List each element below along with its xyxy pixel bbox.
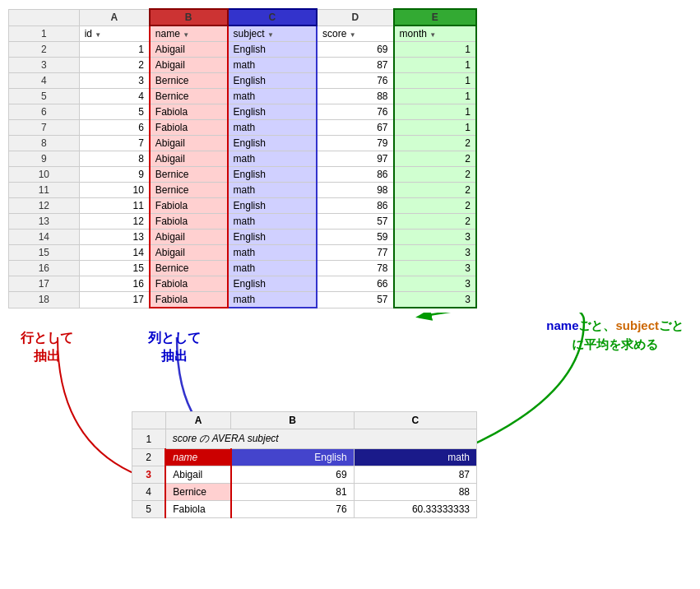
row-num: 2 (9, 42, 80, 58)
data-header-row: 1 id ▼ name ▼ subject ▼ score ▼ month ▼ (9, 26, 477, 42)
cell-score: 57 (317, 214, 394, 230)
col-header-c: C (228, 9, 317, 26)
result-bernice-english: 81 (231, 484, 354, 501)
cell-name: Fabiola (150, 198, 228, 214)
row-num: 17 (9, 276, 80, 292)
row-num: 8 (9, 136, 80, 151)
header-name: name ▼ (150, 26, 228, 42)
result-row-4-num: 4 (132, 484, 166, 501)
cell-name: Abigail (150, 151, 228, 167)
cell-name: Abigail (150, 42, 228, 58)
cell-name: Bernice (150, 167, 228, 183)
result-sheet-wrapper: A B C 1 score の AVERA subject 2 name Eng… (132, 411, 477, 518)
cell-score: 97 (317, 151, 394, 167)
spreadsheet-row: 2 1 Abigail English 69 1 (9, 42, 477, 58)
col-header-row: A B C D E (9, 9, 477, 26)
cell-name: Abigail (150, 245, 228, 261)
cell-subject: English (228, 73, 317, 89)
result-fabiola-name: Fabiola (165, 501, 231, 518)
cell-id: 11 (79, 198, 150, 214)
cell-subject: English (228, 198, 317, 214)
result-data-row-abigail: 3 Abigail 69 87 (132, 466, 477, 484)
spreadsheet-row: 3 2 Abigail math 87 1 (9, 58, 477, 73)
cell-name: Bernice (150, 73, 228, 89)
result-col-c-header: C (354, 412, 476, 429)
pivot-subject-keyword: subject (615, 318, 659, 332)
main-spreadsheet: A B C D E 1 id ▼ name ▼ subject ▼ score … (8, 8, 477, 308)
cell-score: 88 (317, 89, 394, 104)
cell-score: 79 (317, 136, 394, 151)
row-num: 9 (9, 151, 80, 167)
cell-subject: math (228, 261, 317, 276)
cell-subject: math (228, 120, 317, 136)
row-extract-label: 行として 抽出 (21, 329, 73, 366)
cell-subject: English (228, 230, 317, 245)
cell-month: 1 (394, 89, 476, 104)
result-fabiola-english: 76 (231, 501, 354, 518)
result-title-cell: score の AVERA subject (165, 429, 476, 449)
col-header-e: E (394, 9, 476, 26)
result-col-a-header: A (165, 412, 231, 429)
col-header-a: A (79, 9, 150, 26)
cell-month: 2 (394, 136, 476, 151)
cell-month: 1 (394, 104, 476, 120)
row-num: 12 (9, 198, 80, 214)
spreadsheet-row: 16 15 Bernice math 78 3 (9, 261, 477, 276)
row-num: 13 (9, 214, 80, 230)
row-num: 15 (9, 245, 80, 261)
result-abigail-math: 87 (354, 466, 476, 484)
spreadsheet-row: 17 16 Fabiola English 66 3 (9, 276, 477, 292)
cell-score: 98 (317, 183, 394, 198)
cell-score: 57 (317, 292, 394, 308)
cell-score: 87 (317, 58, 394, 73)
spreadsheet-row: 14 13 Abigail English 59 3 (9, 230, 477, 245)
cell-id: 8 (79, 151, 150, 167)
cell-month: 3 (394, 261, 476, 276)
cell-id: 15 (79, 261, 150, 276)
cell-name: Fabiola (150, 214, 228, 230)
cell-month: 1 (394, 120, 476, 136)
cell-score: 78 (317, 261, 394, 276)
cell-name: Fabiola (150, 104, 228, 120)
result-col-b-header: B (231, 412, 354, 429)
result-name-header: name (165, 449, 231, 466)
cell-score: 66 (317, 276, 394, 292)
result-corner (132, 412, 166, 429)
cell-score: 59 (317, 230, 394, 245)
cell-score: 67 (317, 120, 394, 136)
result-data-row-bernice: 4 Bernice 81 88 (132, 484, 477, 501)
result-bernice-name: Bernice (165, 484, 231, 501)
cell-name: Bernice (150, 183, 228, 198)
cell-subject: English (228, 42, 317, 58)
cell-month: 3 (394, 276, 476, 292)
cell-id: 6 (79, 120, 150, 136)
spreadsheet-row: 12 11 Fabiola English 86 2 (9, 198, 477, 214)
cell-id: 12 (79, 214, 150, 230)
cell-id: 10 (79, 183, 150, 198)
cell-subject: math (228, 89, 317, 104)
pivot-label: nameごと、subjectごと に平均を求める (546, 317, 684, 354)
row-num: 10 (9, 167, 80, 183)
row-num: 14 (9, 230, 80, 245)
top-spreadsheet-wrapper: A B C D E 1 id ▼ name ▼ subject ▼ score … (8, 8, 494, 308)
row-num: 16 (9, 261, 80, 276)
cell-name: Bernice (150, 261, 228, 276)
row-num: 5 (9, 89, 80, 104)
row-num: 7 (9, 120, 80, 136)
cell-subject: math (228, 214, 317, 230)
spreadsheet-row: 6 5 Fabiola English 76 1 (9, 104, 477, 120)
result-bernice-math: 88 (354, 484, 476, 501)
result-row-1-num: 1 (132, 429, 166, 449)
cell-name: Fabiola (150, 292, 228, 308)
spreadsheet-row: 10 9 Bernice English 86 2 (9, 167, 477, 183)
cell-id: 4 (79, 89, 150, 104)
result-fabiola-math: 60.33333333 (354, 501, 476, 518)
header-row-num: 1 (9, 26, 80, 42)
cell-score: 86 (317, 198, 394, 214)
cell-month: 1 (394, 42, 476, 58)
cell-subject: math (228, 245, 317, 261)
cell-month: 2 (394, 198, 476, 214)
cell-id: 13 (79, 230, 150, 245)
row-num: 18 (9, 292, 80, 308)
spreadsheet-row: 4 3 Bernice English 76 1 (9, 73, 477, 89)
